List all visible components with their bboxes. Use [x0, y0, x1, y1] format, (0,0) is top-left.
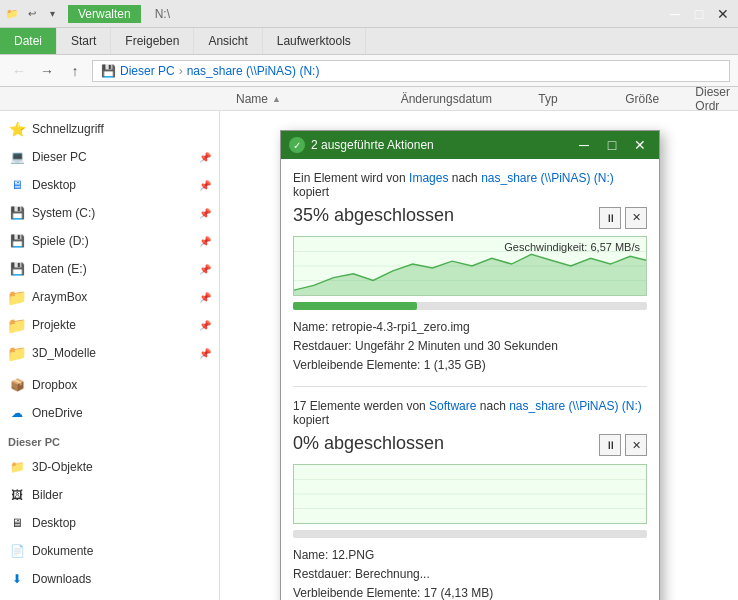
quick-access-icon[interactable]: ↩	[24, 6, 40, 22]
drive-c-icon: 💾	[8, 204, 26, 222]
sidebar-item-desktop[interactable]: 🖥 Desktop	[0, 509, 219, 537]
folder-araymbox-icon: 📁	[8, 288, 26, 306]
drive-e-icon: 💾	[8, 260, 26, 278]
sidebar-item-schnellzugriff[interactable]: ⭐ Schnellzugriff	[0, 115, 219, 143]
window-path: N:\	[155, 7, 170, 21]
op1-buttons: ⏸ ✕	[599, 207, 647, 229]
ribbon: Datei Start Freigeben Ansicht Laufwerkto…	[0, 28, 738, 55]
path-dieser-pc[interactable]: Dieser PC	[120, 64, 175, 78]
op1-progress-fill	[293, 302, 417, 310]
op2-progress-label: 0% abgeschlossen	[293, 433, 444, 454]
sidebar-item-araymbox[interactable]: 📁 AraymBox 📌	[0, 283, 219, 311]
sidebar-group-dieser-pc: Dieser PC	[0, 431, 219, 453]
pin-icon-3: 📌	[199, 208, 211, 219]
address-bar: ← → ↑ 💾 Dieser PC › nas_share (\\PiNAS) …	[0, 55, 738, 87]
window-icon: 📁	[4, 6, 20, 22]
op2-remaining-row: Verbleibende Elemente: 17 (4,13 MB)	[293, 584, 647, 600]
minimize-button[interactable]: ─	[664, 4, 686, 24]
close-button[interactable]: ✕	[712, 4, 734, 24]
progress-dialog[interactable]: ✓ 2 ausgeführte Aktionen ─ □ ✕ Ein Eleme…	[280, 130, 660, 600]
op1-duration-row: Restdauer: Ungefähr 2 Minuten und 30 Sek…	[293, 337, 647, 356]
sidebar-item-musik[interactable]: 🎵 Musik	[0, 593, 219, 600]
sidebar-item-bilder[interactable]: 🖼 Bilder	[0, 481, 219, 509]
documents-icon: 📄	[8, 542, 26, 560]
col-type[interactable]: Typ	[530, 92, 617, 106]
sidebar-item-dokumente[interactable]: 📄 Dokumente	[0, 537, 219, 565]
op2-cancel-button[interactable]: ✕	[625, 434, 647, 456]
window-control-buttons: ─ □ ✕	[664, 4, 734, 24]
pictures-icon: 🖼	[8, 486, 26, 504]
pin-icon-2: 📌	[199, 180, 211, 191]
sidebar-item-3d-objekte[interactable]: 📁 3D-Objekte	[0, 453, 219, 481]
op2-buttons: ⏸ ✕	[599, 434, 647, 456]
col-size[interactable]: Größe	[617, 92, 687, 106]
sidebar-item-downloads[interactable]: ⬇ Downloads	[0, 565, 219, 593]
op1-file-details: Name: retropie-4.3-rpi1_zero.img Restdau…	[293, 318, 647, 387]
tab-datei[interactable]: Datei	[0, 28, 57, 54]
op2-chart-svg	[294, 465, 646, 523]
op1-progress-bar	[293, 302, 647, 310]
sidebar-section-dieser-pc: Dieser PC 📁 3D-Objekte 🖼 Bilder 🖥 Deskto…	[0, 431, 219, 600]
op2-pause-button[interactable]: ⏸	[599, 434, 621, 456]
title-bar: 📁 ↩ ▾ Verwalten N:\ ─ □ ✕	[0, 0, 738, 28]
op1-progress-label: 35% abgeschlossen	[293, 205, 454, 226]
sidebar-item-spiele-d[interactable]: 💾 Spiele (D:) 📌	[0, 227, 219, 255]
op1-remaining-row: Verbleibende Elemente: 1 (1,35 GB)	[293, 356, 647, 375]
op2-file-details: Name: 12.PNG Restdauer: Berechnung... Ve…	[293, 546, 647, 600]
op1-cancel-button[interactable]: ✕	[625, 207, 647, 229]
op1-pause-button[interactable]: ⏸	[599, 207, 621, 229]
pin-icon-6: 📌	[199, 292, 211, 303]
pin-icon: 📌	[199, 152, 211, 163]
active-tab[interactable]: Verwalten	[68, 5, 141, 23]
op1-speed-chart: Geschwindigkeit: 6,57 MB/s	[293, 236, 647, 296]
window-controls-left: 📁 ↩ ▾	[4, 6, 60, 22]
onedrive-icon: ☁	[8, 404, 26, 422]
op1-speed-label: Geschwindigkeit: 6,57 MB/s	[504, 241, 640, 253]
sidebar-item-desktop-top[interactable]: 🖥 Desktop 📌	[0, 171, 219, 199]
dialog-body: Ein Element wird von Images nach nas_sha…	[281, 159, 659, 600]
tab-laufwerktools[interactable]: Laufwerktools	[263, 28, 366, 54]
ribbon-tabs: Datei Start Freigeben Ansicht Laufwerkto…	[0, 28, 738, 54]
back-button[interactable]: ←	[8, 60, 30, 82]
forward-button[interactable]: →	[36, 60, 58, 82]
down-arrow-icon[interactable]: ▾	[44, 6, 60, 22]
address-path[interactable]: 💾 Dieser PC › nas_share (\\PiNAS) (N:)	[92, 60, 730, 82]
col-extra: Dieser Ordr	[687, 85, 738, 113]
op2-progress-bar	[293, 530, 647, 538]
sidebar-item-dieser-pc-top[interactable]: 💻 Dieser PC 📌	[0, 143, 219, 171]
path-nas-share[interactable]: nas_share (\\PiNAS) (N:)	[187, 64, 320, 78]
desktop2-icon: 🖥	[8, 514, 26, 532]
operation-1: Ein Element wird von Images nach nas_sha…	[293, 171, 647, 387]
sidebar-item-projekte[interactable]: 📁 Projekte 📌	[0, 311, 219, 339]
up-button[interactable]: ↑	[64, 60, 86, 82]
op1-source-link[interactable]: Images	[409, 171, 448, 185]
op1-dest-link[interactable]: nas_share (\\PiNAS) (N:)	[481, 171, 614, 185]
desktop-icon: 🖥	[8, 176, 26, 194]
tab-freigeben[interactable]: Freigeben	[111, 28, 194, 54]
tab-ansicht[interactable]: Ansicht	[194, 28, 262, 54]
sidebar-item-system-c[interactable]: 💾 System (C:) 📌	[0, 199, 219, 227]
sort-arrow: ▲	[272, 94, 281, 104]
drive-d-icon: 💾	[8, 232, 26, 250]
pin-icon-7: 📌	[199, 320, 211, 331]
sidebar-item-dropbox[interactable]: 📦 Dropbox	[0, 371, 219, 399]
folder-projekte-icon: 📁	[8, 316, 26, 334]
op2-source-link[interactable]: Software	[429, 399, 476, 413]
star-icon: ⭐	[8, 120, 26, 138]
tab-start[interactable]: Start	[57, 28, 111, 54]
op2-description: 17 Elemente werden von Software nach nas…	[293, 399, 647, 427]
dialog-maximize-button[interactable]: □	[601, 135, 623, 155]
dialog-minimize-button[interactable]: ─	[573, 135, 595, 155]
sidebar-item-onedrive[interactable]: ☁ OneDrive	[0, 399, 219, 427]
sidebar-item-daten-e[interactable]: 💾 Daten (E:) 📌	[0, 255, 219, 283]
dialog-icon: ✓	[289, 137, 305, 153]
title-bar-tabs: Verwalten N:\	[68, 5, 170, 23]
dialog-title: 2 ausgeführte Aktionen	[311, 138, 567, 152]
op2-dest-link[interactable]: nas_share (\\PiNAS) (N:)	[509, 399, 642, 413]
col-date[interactable]: Änderungsdatum	[393, 92, 531, 106]
sidebar-item-3dmodelle[interactable]: 📁 3D_Modelle 📌	[0, 339, 219, 367]
maximize-button[interactable]: □	[688, 4, 710, 24]
dialog-close-button[interactable]: ✕	[629, 135, 651, 155]
col-name[interactable]: Name ▲	[220, 92, 393, 106]
folder-3dmodelle-icon: 📁	[8, 344, 26, 362]
